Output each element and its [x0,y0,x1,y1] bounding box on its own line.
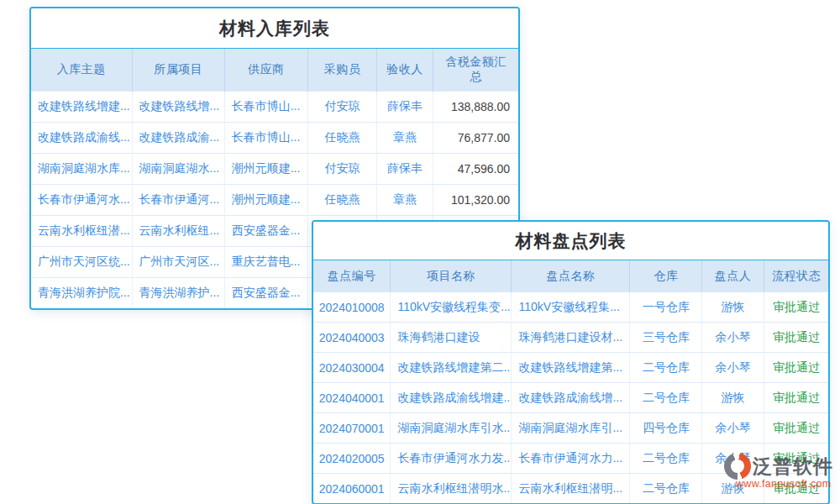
column-header-stocktaker: 盘点人 [702,260,764,292]
cell-purchaser[interactable]: 任晓燕 [307,185,376,216]
table-row[interactable]: 2024030004改建铁路线增建第二...改建铁路线增建第...二号仓库余小琴… [313,353,828,383]
cell-stocktake-no[interactable]: 2024060001 [313,474,391,504]
fanpusoft-watermark: 泛普软件 www.fanpusoft.com [724,453,838,490]
cell-tax-amount-total: 138,888.00 [433,92,518,123]
cell-inbound-subject[interactable]: 改建铁路成渝线... [31,123,132,154]
cell-project[interactable]: 改建铁路成渝... [132,123,224,154]
cell-stocktake-no[interactable]: 2024020005 [313,444,391,474]
cell-supplier[interactable]: 长春市博山... [224,92,307,123]
cell-purchaser[interactable]: 付安琼 [307,154,376,185]
cell-stocktake-name[interactable]: 改建铁路成渝线增... [512,383,630,413]
column-header-stocktake-no: 盘点编号 [313,260,391,292]
cell-purchaser[interactable]: 任晓燕 [307,123,376,154]
cell-stocktaker[interactable]: 余小琴 [702,323,764,353]
cell-stocktake-name[interactable]: 云南水利枢纽潜明... [512,474,630,504]
cell-inspector[interactable]: 章燕 [377,185,433,216]
cell-stocktake-no[interactable]: 2024040001 [313,383,391,413]
table-row[interactable]: 2024010008110kV安徽线程集变...110kV安徽线程集...一号仓… [313,292,828,323]
cell-workflow-status[interactable]: 审批通过 [764,292,828,323]
cell-supplier[interactable]: 西安盛器金... [224,216,307,247]
table-row[interactable]: 2024040001改建铁路成渝线增建...改建铁路成渝线增...二号仓库游恢审… [313,383,828,413]
column-header-workflow-status: 流程状态 [764,260,828,292]
cell-workflow-status[interactable]: 审批通过 [764,353,828,383]
fanpusoft-logo-icon [724,453,751,480]
cell-tax-amount-total: 47,596.00 [433,154,518,185]
cell-warehouse[interactable]: 一号仓库 [630,292,702,323]
cell-inbound-subject[interactable]: 广州市天河区统... [31,247,132,278]
cell-stocktaker[interactable]: 游恢 [702,292,764,323]
cell-stocktaker[interactable]: 游恢 [702,383,764,413]
column-header-tax-amount-total: 含税金额汇总 [433,49,518,92]
column-header-purchaser: 采购员 [307,49,376,92]
table-row[interactable]: 改建铁路成渝线...改建铁路成渝...长春市博山...任晓燕章燕76,877.0… [31,123,518,154]
cell-stocktake-no[interactable]: 2024070001 [313,413,391,444]
window-title: 材料入库列表 [31,8,518,49]
cell-workflow-status[interactable]: 审批通过 [764,383,828,413]
table-row[interactable]: 长春市伊通河水...长春市伊通河...潮州元顺建...任晓燕章燕101,320.… [31,185,518,216]
cell-inbound-subject[interactable]: 云南水利枢纽潜... [31,216,132,247]
cell-stocktaker[interactable]: 余小琴 [702,353,764,383]
cell-supplier[interactable]: 潮州元顺建... [224,154,307,185]
column-header-project-name: 项目名称 [391,260,512,292]
cell-warehouse[interactable]: 二号仓库 [630,444,702,474]
cell-project-name[interactable]: 云南水利枢纽潜明水... [391,474,512,504]
header-row: 盘点编号项目名称盘点名称仓库盘点人流程状态 [313,260,828,292]
cell-stocktake-name[interactable]: 改建铁路线增建第... [512,353,630,383]
cell-inspector[interactable]: 薛保丰 [377,92,433,123]
cell-purchaser[interactable]: 付安琼 [307,92,376,123]
watermark-brand: 泛普软件 [753,454,833,480]
cell-project-name[interactable]: 珠海鹤港口建设 [391,323,512,353]
window-title: 材料盘点列表 [313,222,828,260]
cell-warehouse[interactable]: 四号仓库 [630,413,702,444]
column-header-stocktake-name: 盘点名称 [512,260,630,292]
cell-project-name[interactable]: 改建铁路线增建第二... [391,353,512,383]
column-header-inbound-subject: 入库主题 [31,49,132,92]
cell-project[interactable]: 湖南洞庭湖水... [132,154,224,185]
cell-inbound-subject[interactable]: 改建铁路线增建... [31,92,132,123]
column-header-inspector: 验收人 [377,49,433,92]
cell-supplier[interactable]: 西安盛器金... [224,278,307,309]
column-header-project: 所属项目 [132,49,224,92]
cell-workflow-status[interactable]: 审批通过 [764,323,828,353]
table-row[interactable]: 2024040003珠海鹤港口建设珠海鹤港口建设材...三号仓库余小琴审批通过 [313,323,828,353]
cell-project-name[interactable]: 改建铁路成渝线增建... [391,383,512,413]
cell-tax-amount-total: 101,320.00 [433,185,518,216]
cell-stocktake-no[interactable]: 2024010008 [313,292,391,323]
cell-inbound-subject[interactable]: 青海洪湖养护院... [31,278,132,309]
cell-project[interactable]: 长春市伊通河... [132,185,224,216]
cell-project-name[interactable]: 湖南洞庭湖水库引水... [391,413,512,444]
cell-stocktaker[interactable]: 余小琴 [702,413,764,444]
cell-project-name[interactable]: 长春市伊通河水力发... [391,444,512,474]
table-row[interactable]: 2024070001湖南洞庭湖水库引水...湖南洞庭湖水库引...四号仓库余小琴… [313,413,828,444]
watermark-url: www.fanpusoft.com [736,478,838,490]
cell-stocktake-no[interactable]: 2024040003 [313,323,391,353]
cell-project[interactable]: 青海洪湖养护... [132,278,224,309]
cell-supplier[interactable]: 潮州元顺建... [224,185,307,216]
cell-inspector[interactable]: 薛保丰 [377,154,433,185]
header-row: 入库主题所属项目供应商采购员验收人含税金额汇总 [31,49,518,92]
cell-supplier[interactable]: 长春市博山... [224,123,307,154]
cell-stocktake-name[interactable]: 长春市伊通河水力... [512,444,630,474]
cell-inbound-subject[interactable]: 湖南洞庭湖水库... [31,154,132,185]
cell-tax-amount-total: 76,877.00 [433,123,518,154]
cell-stocktake-name[interactable]: 湖南洞庭湖水库引... [512,413,630,444]
cell-project[interactable]: 广州市天河区... [132,247,224,278]
cell-stocktake-name[interactable]: 珠海鹤港口建设材... [512,323,630,353]
cell-project[interactable]: 改建铁路线增... [132,92,224,123]
cell-inspector[interactable]: 章燕 [377,123,433,154]
column-header-supplier: 供应商 [224,49,307,92]
cell-project[interactable]: 云南水利枢纽... [132,216,224,247]
cell-warehouse[interactable]: 二号仓库 [630,353,702,383]
cell-stocktake-no[interactable]: 2024030004 [313,353,391,383]
cell-workflow-status[interactable]: 审批通过 [764,413,828,444]
cell-stocktake-name[interactable]: 110kV安徽线程集... [512,292,630,323]
column-header-warehouse: 仓库 [630,260,702,292]
cell-project-name[interactable]: 110kV安徽线程集变... [391,292,512,323]
table-row[interactable]: 湖南洞庭湖水库...湖南洞庭湖水...潮州元顺建...付安琼薛保丰47,596.… [31,154,518,185]
cell-inbound-subject[interactable]: 长春市伊通河水... [31,185,132,216]
cell-supplier[interactable]: 重庆艺普电... [224,247,307,278]
cell-warehouse[interactable]: 二号仓库 [630,474,702,504]
table-row[interactable]: 改建铁路线增建...改建铁路线增...长春市博山...付安琼薛保丰138,888… [31,92,518,123]
cell-warehouse[interactable]: 三号仓库 [630,323,702,353]
cell-warehouse[interactable]: 二号仓库 [630,383,702,413]
